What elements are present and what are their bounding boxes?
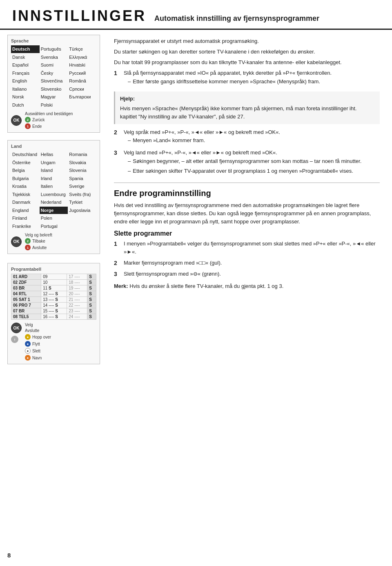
land-item[interactable]: Tsjekkisk — [11, 191, 40, 198]
page-number: 8 — [7, 552, 11, 559]
land-item[interactable]: Bulgaria — [11, 175, 40, 183]
ctrl-zuruck: 2 Zurück — [25, 117, 73, 123]
ok-button[interactable]: OK — [11, 115, 22, 126]
land-item[interactable]: Österrike — [11, 159, 40, 167]
slette-step-2: 2 Marker fjernsynsprogram med »□□« (gul)… — [114, 259, 380, 268]
land-item[interactable]: Spania — [68, 175, 96, 183]
page-header: INNSTILLINGER Automatisk innstilling av … — [0, 0, 392, 30]
sprache-item[interactable]: Italiano — [11, 85, 40, 93]
land-box: Land Deutschland Österrike Belgia Bulgar… — [7, 140, 100, 254]
land-item[interactable]: Tyrkiet — [68, 198, 96, 206]
slette-steps: 1 I menyen »Programtabell« velger du fje… — [114, 240, 380, 279]
blue-badge: ● — [25, 341, 31, 347]
right-column: Fjernsynsapparatet er utstyrt med automa… — [104, 30, 392, 369]
land-item[interactable]: Luxembourg — [40, 191, 68, 198]
land-item[interactable]: Finland — [11, 214, 40, 222]
land-col-1: Deutschland Österrike Belgia Bulgaria Kr… — [11, 151, 40, 230]
land-item[interactable]: England — [11, 207, 40, 214]
sprache-item[interactable]: Русский — [68, 69, 96, 77]
tilbake-label: Tilbake — [32, 239, 45, 243]
green-badge-land: 2 — [25, 238, 31, 244]
land-item[interactable]: Ungarn — [40, 159, 68, 167]
land-item[interactable]: Sveits (fra) — [68, 191, 96, 198]
green-badge: 2 — [25, 117, 31, 123]
ctrl-ende: 1 Ende — [25, 123, 73, 129]
land-item[interactable]: Deutschland — [11, 151, 40, 158]
land-item-island[interactable]: Island — [40, 167, 68, 174]
land-item[interactable]: Sverige — [68, 183, 96, 190]
step-num-2: 2 — [114, 128, 120, 146]
velg-prog-label: Velg — [25, 323, 33, 327]
step-1: 1 Slå på fjernsynsapparatet med »IO« på … — [114, 69, 380, 87]
sprache-item[interactable]: Español — [11, 61, 40, 69]
intro-text-3: Du har totalt 99 programplasser som du k… — [114, 58, 380, 67]
slette-num-1: 1 — [114, 240, 120, 256]
sprache-item[interactable]: Slovensko — [40, 85, 68, 93]
sprache-item[interactable]: Српски — [68, 85, 96, 93]
merk-text: Hvis du ønsker å slette flere TV-kanaler… — [129, 283, 283, 289]
sprache-item[interactable]: Slovenčina — [40, 77, 68, 85]
step-1-text: Slå på fjernsynsapparatet med »IO« på ap… — [124, 70, 332, 76]
main-steps-2: 2 Velg språk med »P+«, »P-«, »◄« eller »… — [114, 128, 380, 177]
sprache-item[interactable]: Română — [68, 77, 96, 85]
section2-intro: Hvis det ved innstilling av fjernsynspro… — [114, 201, 380, 226]
sprache-item[interactable]: Česky — [40, 69, 68, 77]
avslutte-label: Avslutte — [32, 245, 47, 250]
land-item[interactable]: Jugoslavia — [68, 207, 96, 214]
prog-title: Programtabell — [11, 267, 96, 272]
land-controls: OK Velg og bekreft 2 Tilbake 1 Avslutte — [11, 233, 96, 250]
ctrl-hopp: ● Hopp over — [25, 334, 51, 340]
ctrl-navn: ● Navn — [25, 355, 51, 361]
land-item[interactable]: Italien — [40, 183, 68, 190]
land-item-norge[interactable]: Norge — [40, 207, 68, 214]
ok-prog-button[interactable]: OK — [11, 323, 22, 333]
sprache-item[interactable]: Ελληνικά — [68, 53, 96, 61]
sprache-item[interactable]: Hrvatski — [68, 61, 96, 69]
sprache-item[interactable]: Svenska — [40, 53, 68, 61]
sprache-item[interactable]: Português — [40, 45, 68, 53]
sprache-item[interactable]: Suomi — [40, 61, 68, 69]
land-item[interactable]: Irland — [40, 175, 68, 183]
land-item[interactable]: Danmark — [11, 198, 40, 206]
land-item[interactable]: Polen — [40, 214, 68, 222]
sprache-item[interactable]: Polski — [40, 101, 68, 109]
land-item[interactable]: Belgia — [11, 167, 40, 174]
step-3-text: Velg land med »P+«, »P-«, »◄« eller »►« … — [124, 149, 277, 156]
ctrl-auswahlen: Auswählen und bestätigen — [25, 111, 73, 116]
ok-land-button[interactable]: OK — [11, 236, 22, 247]
sprache-item[interactable]: Dansk — [11, 53, 40, 61]
prog-controls: OK i Velg Avslutte ● Hopp over — [11, 323, 96, 361]
sprache-item[interactable]: Magyar — [40, 93, 68, 101]
land-item[interactable]: Hellas — [40, 151, 68, 158]
land-item[interactable]: Kroatia — [11, 183, 40, 190]
sprache-item-dutch[interactable]: Dutch — [11, 101, 40, 109]
sprache-item[interactable]: Français — [11, 69, 40, 77]
land-grid: Deutschland Österrike Belgia Bulgaria Kr… — [11, 151, 96, 230]
slette-num-2: 2 — [114, 259, 120, 268]
land-item[interactable]: Slovenia — [68, 167, 96, 174]
step-2-text: Velg språk med »P+«, »P-«, »◄« eller »►«… — [124, 129, 280, 135]
ctrl-avslutte-prog: Avslutte — [25, 328, 51, 333]
sprache-item[interactable]: Deutsch — [11, 45, 40, 53]
flytt-label: Flytt — [32, 342, 40, 346]
step-2-dash: Menyen »Land« kommer fram. — [128, 136, 280, 145]
land-item[interactable]: Slovakia — [68, 159, 96, 167]
land-item[interactable]: Romania — [68, 151, 96, 158]
table-row: 05 SAT 1 13 ---- S 21 ---- S — [11, 297, 96, 303]
sprache-item-english[interactable]: English — [11, 77, 40, 85]
sprache-controls: OK Auswählen und bestätigen 2 Zurück 1 E… — [11, 111, 96, 129]
land-item[interactable]: Nederland — [40, 198, 68, 206]
info-button[interactable]: i — [11, 336, 18, 343]
land-item[interactable]: Frankrike — [11, 223, 40, 230]
land-title: Land — [11, 144, 96, 149]
sprache-item[interactable]: Türkçe — [68, 45, 96, 53]
sprache-item[interactable]: Български — [68, 93, 96, 101]
land-ctrl-labels: Velg og bekreft 2 Tilbake 1 Avslutte — [25, 233, 52, 250]
sprache-item[interactable]: Norsk — [11, 93, 40, 101]
hopp-label: Hopp over — [32, 335, 51, 339]
merk-title: Merk: — [114, 283, 128, 289]
land-item[interactable]: Portugal — [40, 223, 68, 230]
ctrl-flytt: ● Flytt — [25, 341, 51, 347]
auswahlen-label: Auswählen und bestätigen — [25, 111, 73, 116]
prog-table: 01 ARD 09 17 ---- S 02 ZDF 10 18 ---- S … — [11, 274, 96, 320]
